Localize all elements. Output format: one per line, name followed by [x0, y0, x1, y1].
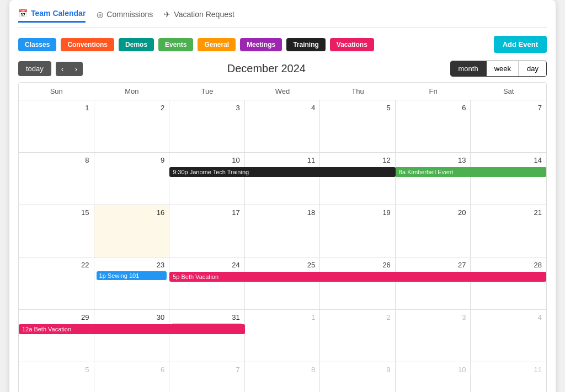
cell-dec-1[interactable]: 1	[19, 100, 94, 153]
week-row-3: 15 16 17 18 19 20 21	[19, 205, 546, 257]
filter-meetings[interactable]: Meetings	[240, 38, 282, 51]
cell-dec-5[interactable]: 5	[320, 100, 396, 153]
cell-jan-11[interactable]: 11	[471, 362, 546, 392]
cell-jan-5[interactable]: 5	[19, 362, 94, 392]
sewing-event[interactable]: 1p Sewing 101	[97, 271, 167, 280]
cell-dec-6[interactable]: 6	[396, 100, 471, 153]
view-week[interactable]: week	[487, 61, 519, 76]
cell-jan-9[interactable]: 9	[320, 362, 396, 392]
week-row-1: 1 2 3 4 5 6 7	[19, 100, 546, 153]
nav-tab-label: Commissions	[106, 10, 153, 19]
cell-jan-2[interactable]: 2	[320, 310, 396, 362]
cell-dec-17[interactable]: 17	[169, 205, 245, 257]
nav-arrows: ‹ ›	[56, 62, 83, 76]
cell-dec-19[interactable]: 19	[320, 205, 396, 257]
header-fri: Fri	[396, 83, 471, 100]
header-sun: Sun	[19, 83, 94, 100]
cell-jan-4[interactable]: 4	[471, 310, 546, 362]
header-thu: Thu	[320, 83, 396, 100]
kimberbell-event-span[interactable]: 8a Kimberbell Event	[396, 167, 546, 177]
cell-dec-2[interactable]: 2	[94, 100, 170, 153]
beth-vacation-row5-event[interactable]: 12a Beth Vacation	[19, 324, 245, 334]
week-row-4: 22 23 1p Sewing 101 24 25 26 27 28	[19, 257, 546, 310]
filter-demos[interactable]: Demos	[119, 38, 154, 51]
nav-tab-vacation[interactable]: ✈ Vacation Request	[164, 9, 234, 23]
week-row-5-container: 29 30 31 8p Sales Meeting 1 2 3 4 12a Be…	[19, 310, 546, 362]
cell-dec-14[interactable]: 14	[471, 153, 546, 205]
calendar-icon: 📅	[18, 9, 28, 18]
vacation-icon: ✈	[164, 10, 170, 19]
commissions-icon: ◎	[97, 10, 103, 19]
cell-dec-23[interactable]: 23 1p Sewing 101	[94, 257, 170, 310]
cell-jan-6[interactable]: 6	[94, 362, 170, 392]
nav-tabs: 📅 Team Calendar ◎ Commissions ✈ Vacation…	[18, 9, 547, 28]
cell-dec-13[interactable]: 13	[396, 153, 471, 205]
view-day[interactable]: day	[519, 61, 546, 76]
cell-jan-3[interactable]: 3	[396, 310, 471, 362]
cell-dec-30[interactable]: 30	[94, 310, 170, 362]
cell-dec-10[interactable]: 10	[169, 153, 245, 205]
week-row-2-container: 8 9 10 11 12 13 14 9:30p Janome Tech Tra…	[19, 153, 546, 205]
cell-jan-7[interactable]: 7	[169, 362, 245, 392]
cell-dec-4[interactable]: 4	[245, 100, 321, 153]
header-tue: Tue	[169, 83, 245, 100]
cell-dec-20[interactable]: 20	[396, 205, 471, 257]
nav-tab-label: Vacation Request	[174, 10, 234, 19]
cell-dec-9[interactable]: 9	[94, 153, 170, 205]
cell-jan-1[interactable]: 1	[245, 310, 321, 362]
cell-dec-31[interactable]: 31 8p Sales Meeting	[169, 310, 245, 362]
cell-dec-28[interactable]: 28	[471, 257, 546, 310]
calendar-title: December 2024	[83, 62, 450, 75]
filter-events[interactable]: Events	[158, 38, 193, 51]
filter-vacations[interactable]: Vacations	[330, 38, 374, 51]
cell-dec-29[interactable]: 29	[19, 310, 94, 362]
cell-dec-3[interactable]: 3	[169, 100, 245, 153]
week-row-6: 5 6 7 8 9 10 11	[19, 362, 546, 392]
app-container: 📅 Team Calendar ◎ Commissions ✈ Vacation…	[9, 0, 556, 392]
cell-dec-8[interactable]: 8	[19, 153, 94, 205]
prev-button[interactable]: ‹	[56, 62, 70, 76]
header-mon: Mon	[94, 83, 170, 100]
view-month[interactable]: month	[451, 61, 487, 76]
filter-bar: Classes Conventions Demos Events General…	[18, 36, 547, 53]
cell-dec-12[interactable]: 12	[320, 153, 396, 205]
cell-dec-11[interactable]: 11	[245, 153, 321, 205]
cell-dec-27[interactable]: 27	[396, 257, 471, 310]
week-row-2: 8 9 10 11 12 13 14	[19, 153, 546, 205]
training-event-span[interactable]: 9:30p Janome Tech Training	[169, 167, 396, 177]
cell-dec-21[interactable]: 21	[471, 205, 546, 257]
cell-dec-7[interactable]: 7	[471, 100, 546, 153]
view-toggles: month week day	[450, 61, 547, 77]
filter-general[interactable]: General	[198, 38, 236, 51]
nav-tab-commissions[interactable]: ◎ Commissions	[97, 9, 153, 23]
cell-dec-25[interactable]: 25	[245, 257, 321, 310]
nav-tab-label: Team Calendar	[31, 9, 86, 18]
cell-dec-18[interactable]: 18	[245, 205, 321, 257]
filter-training[interactable]: Training	[286, 38, 326, 51]
calendar-header: today ‹ › December 2024 month week day	[18, 61, 547, 77]
beth-vacation-row4-event[interactable]: 5p Beth Vacation	[169, 272, 546, 282]
day-headers: Sun Mon Tue Wed Thu Fri Sat	[19, 83, 546, 100]
add-event-button[interactable]: Add Event	[494, 36, 547, 53]
filter-classes[interactable]: Classes	[18, 38, 56, 51]
cell-dec-22[interactable]: 22	[19, 257, 94, 310]
cell-dec-24[interactable]: 24	[169, 257, 245, 310]
header-sat: Sat	[471, 83, 546, 100]
week-row-4-container: 22 23 1p Sewing 101 24 25 26 27 28 5p Be…	[19, 257, 546, 310]
next-button[interactable]: ›	[69, 62, 83, 76]
filter-conventions[interactable]: Conventions	[61, 38, 114, 51]
week-row-5: 29 30 31 8p Sales Meeting 1 2 3 4	[19, 310, 546, 362]
cell-jan-8[interactable]: 8	[245, 362, 321, 392]
cell-jan-10[interactable]: 10	[396, 362, 471, 392]
nav-tab-team-calendar[interactable]: 📅 Team Calendar	[18, 9, 86, 23]
calendar-grid: Sun Mon Tue Wed Thu Fri Sat 1 2 3 4 5 6 …	[18, 82, 547, 392]
header-wed: Wed	[245, 83, 321, 100]
cell-dec-15[interactable]: 15	[19, 205, 94, 257]
cell-dec-16[interactable]: 16	[94, 205, 170, 257]
cell-dec-26[interactable]: 26	[320, 257, 396, 310]
today-button[interactable]: today	[18, 61, 51, 76]
